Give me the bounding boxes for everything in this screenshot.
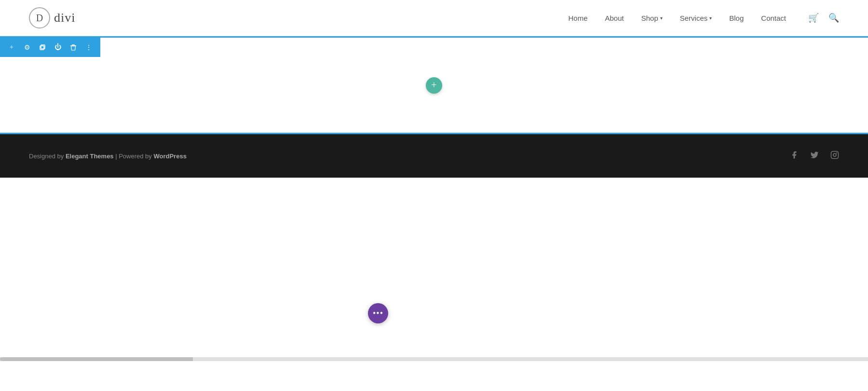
below-footer-area: •••: [0, 178, 868, 361]
svg-point-6: [837, 153, 837, 153]
main-content-section: +: [0, 38, 868, 134]
logo-text: divi: [54, 11, 75, 25]
edit-toolbar: + ⚙ ⏻ ⋮: [0, 38, 100, 57]
scrollbar-thumb[interactable]: [0, 357, 193, 361]
facebook-icon[interactable]: [790, 151, 799, 162]
nav-services[interactable]: Services ▾: [680, 14, 712, 22]
svg-rect-4: [831, 151, 839, 158]
logo[interactable]: D divi: [29, 7, 75, 28]
svg-rect-0: [40, 46, 44, 50]
social-icons: [790, 151, 839, 162]
nav-blog[interactable]: Blog: [729, 14, 744, 22]
toolbar-settings-button[interactable]: ⚙: [20, 41, 34, 54]
instagram-icon[interactable]: [830, 151, 839, 162]
bottom-scrollbar[interactable]: [0, 357, 868, 361]
shop-chevron-icon: ▾: [660, 15, 663, 21]
search-icon[interactable]: 🔍: [828, 13, 839, 23]
site-footer: Designed by Elegant Themes | Powered by …: [0, 134, 868, 178]
nav-shop[interactable]: Shop ▾: [641, 14, 663, 22]
floating-actions-button[interactable]: •••: [368, 303, 388, 323]
svg-rect-1: [41, 45, 45, 49]
toolbar-duplicate-button[interactable]: [36, 41, 49, 54]
site-header: D divi Home About Shop ▾ Services ▾ Blog…: [0, 0, 868, 36]
cart-icon[interactable]: 🛒: [808, 13, 819, 23]
nav-contact[interactable]: Contact: [761, 14, 786, 22]
nav-about[interactable]: About: [605, 14, 624, 22]
svg-rect-3: [72, 44, 75, 45]
footer-credits: Designed by Elegant Themes | Powered by …: [29, 153, 187, 160]
nav-icons: 🛒 🔍: [808, 13, 839, 23]
elegant-themes-link[interactable]: Elegant Themes: [66, 153, 114, 160]
toolbar-delete-button[interactable]: [67, 41, 80, 54]
content-area: + ⚙ ⏻ ⋮ + + 1 Designed by Elegant Themes: [0, 36, 868, 178]
add-section-button[interactable]: +: [426, 77, 442, 94]
nav-home[interactable]: Home: [568, 14, 587, 22]
twitter-icon[interactable]: [810, 151, 819, 162]
main-nav: Home About Shop ▾ Services ▾ Blog Contac…: [568, 13, 839, 23]
toolbar-more-button[interactable]: ⋮: [82, 41, 95, 54]
logo-icon: D: [29, 7, 50, 28]
svg-point-5: [833, 154, 836, 156]
designed-by-text: Designed by: [29, 153, 66, 160]
services-chevron-icon: ▾: [709, 15, 712, 21]
powered-by-text: | Powered by: [114, 153, 154, 160]
wordpress-link[interactable]: WordPress: [153, 153, 186, 160]
toolbar-add-button[interactable]: +: [5, 41, 18, 54]
toolbar-toggle-button[interactable]: ⏻: [51, 41, 65, 54]
